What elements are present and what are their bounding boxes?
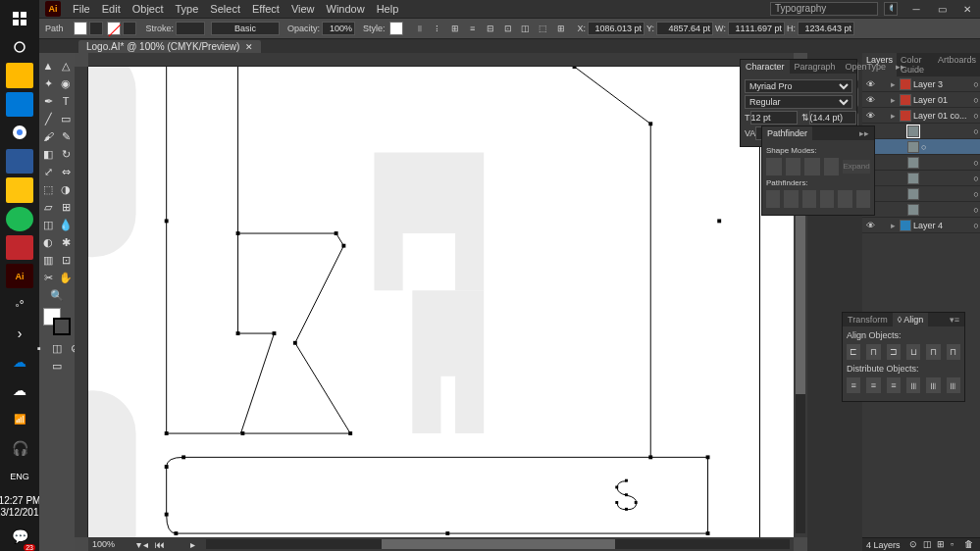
rotate-tool[interactable]: ↻ <box>58 146 74 162</box>
locate-layer-icon[interactable]: ⊙ <box>909 539 921 551</box>
menu-file[interactable]: File <box>67 3 96 15</box>
intersect-icon[interactable] <box>804 158 820 175</box>
align-icon-5[interactable]: ⊟ <box>483 21 498 36</box>
minus-back-icon[interactable] <box>856 190 870 208</box>
panel-collapse-icon[interactable]: ▸▸ <box>891 60 910 74</box>
fill-swatch[interactable] <box>74 22 87 35</box>
dist-left-icon[interactable]: ⫼ <box>906 377 920 393</box>
document-tab[interactable]: Logo.AI* @ 100% (CMYK/Preview) ✕ <box>78 40 261 53</box>
font-size-input[interactable] <box>750 111 798 125</box>
delete-layer-icon[interactable]: 🗑 <box>964 539 976 551</box>
symbol-tool[interactable]: ✱ <box>58 234 74 250</box>
fill-dropdown[interactable] <box>89 22 103 35</box>
new-sublayer-icon[interactable]: ⊞ <box>937 539 949 551</box>
task-app1-icon[interactable] <box>6 149 33 174</box>
artboard-tool[interactable]: ⊡ <box>58 252 74 268</box>
search-input[interactable] <box>884 2 898 16</box>
artboard-first-icon[interactable]: ⏮ <box>155 539 167 550</box>
align-icon-4[interactable]: ≡ <box>465 21 481 36</box>
divide-icon[interactable] <box>766 190 780 208</box>
brush-tool[interactable]: 🖌 <box>40 128 56 144</box>
target-icon[interactable]: ○ <box>972 95 980 105</box>
eyedropper-tool[interactable]: 💧 <box>58 217 74 232</box>
fill-stroke-control[interactable] <box>43 308 71 335</box>
canvas[interactable] <box>88 67 794 537</box>
tab-opentype[interactable]: OpenType <box>841 60 892 74</box>
align-hcenter-icon[interactable]: ⊓ <box>866 344 880 360</box>
taskbar-clock[interactable]: 12:27 PM 13/12/2019 <box>0 491 44 523</box>
minimize-icon[interactable]: ─ <box>903 2 929 16</box>
expand-tray-icon[interactable]: › <box>6 321 33 345</box>
align-icon-7[interactable]: ◫ <box>518 21 534 36</box>
opacity-input[interactable] <box>322 22 355 35</box>
menu-object[interactable]: Object <box>127 3 170 15</box>
maximize-icon[interactable]: ▭ <box>929 2 954 16</box>
layer-name[interactable]: Layer 01 <box>913 95 972 105</box>
rectangle-tool[interactable]: ▭ <box>58 111 74 126</box>
dist-top-icon[interactable]: ≡ <box>847 377 860 393</box>
slice-tool[interactable]: ✂ <box>40 270 56 285</box>
align-vcenter-icon[interactable]: ⊓ <box>926 344 940 360</box>
cloud-icon[interactable]: ☁ <box>6 378 33 403</box>
width-tool[interactable]: ⇔ <box>58 164 74 179</box>
cortana-icon[interactable] <box>6 34 33 59</box>
dist-right-icon[interactable]: ⫼ <box>947 377 960 393</box>
layer-row[interactable]: 👁▸Layer 01 co...○ <box>862 108 980 124</box>
tab-align[interactable]: ◊ Align <box>893 313 928 326</box>
close-icon[interactable]: ✕ <box>954 2 980 16</box>
h-input[interactable] <box>798 22 854 35</box>
selection-tool[interactable]: ▲ <box>40 58 56 74</box>
stroke-swatch[interactable] <box>107 22 121 35</box>
crop-icon[interactable] <box>820 190 834 208</box>
zoom-level[interactable]: 100% <box>88 539 133 549</box>
menu-select[interactable]: Select <box>204 3 246 15</box>
disclosure-icon[interactable]: ▸ <box>888 221 898 230</box>
visibility-icon[interactable]: 👁 <box>864 221 876 230</box>
align-icon-6[interactable]: ⊡ <box>500 21 516 36</box>
style-swatch[interactable] <box>389 22 403 35</box>
security-icon[interactable] <box>6 235 33 260</box>
align-right-icon[interactable]: ⊐ <box>887 344 901 360</box>
visibility-icon[interactable]: 👁 <box>864 111 876 121</box>
graph-tool[interactable]: ▥ <box>40 252 56 268</box>
align-bottom-icon[interactable]: ⊓ <box>947 344 960 360</box>
action-center-icon[interactable]: 💬23 <box>6 525 33 549</box>
outline-icon[interactable] <box>838 190 851 208</box>
gradient-tool[interactable]: ◫ <box>40 217 56 232</box>
align-icon-1[interactable]: ⫴ <box>412 21 428 36</box>
visibility-icon[interactable]: 👁 <box>864 95 876 105</box>
font-style-select[interactable]: Regular <box>745 95 852 109</box>
workspace-switcher[interactable]: Typography <box>770 2 878 16</box>
x-input[interactable] <box>588 22 645 35</box>
leading-input[interactable] <box>809 111 856 125</box>
target-icon[interactable]: ○ <box>972 126 980 136</box>
visibility-icon[interactable]: 👁 <box>864 79 876 89</box>
align-top-icon[interactable]: ⊔ <box>906 344 920 360</box>
stroke-weight-input[interactable] <box>176 22 205 35</box>
target-icon[interactable]: ○ <box>972 79 980 89</box>
target-icon[interactable]: ○ <box>972 111 980 121</box>
scrollbar-horizontal[interactable] <box>206 539 790 549</box>
new-layer-icon[interactable]: ▫ <box>951 539 962 551</box>
headphones-icon[interactable]: 🎧 <box>6 435 33 460</box>
trim-icon[interactable] <box>784 190 798 208</box>
spotify-icon[interactable] <box>6 207 33 231</box>
menu-edit[interactable]: Edit <box>96 3 127 15</box>
align-icon-3[interactable]: ⊞ <box>447 21 463 36</box>
tab-artboards[interactable]: Artboards <box>934 53 980 76</box>
target-icon[interactable]: ○ <box>921 142 926 152</box>
direct-selection-tool[interactable]: △ <box>58 58 74 74</box>
layer-name[interactable]: ○ <box>921 142 980 152</box>
stroke-dropdown[interactable] <box>123 22 136 35</box>
tab-character[interactable]: Character <box>741 60 790 74</box>
eraser-tool[interactable]: ◧ <box>40 146 56 162</box>
font-family-select[interactable]: Myriad Pro <box>745 79 852 93</box>
blend-tool[interactable]: ◐ <box>40 234 56 250</box>
artboard-prev-icon[interactable]: ◂ <box>143 539 155 550</box>
ruler-horizontal[interactable] <box>88 53 794 67</box>
brush-select[interactable] <box>211 22 280 35</box>
gradient-mode[interactable]: ◫ <box>49 340 65 356</box>
onedrive-icon[interactable]: ☁ <box>6 350 33 375</box>
expand-button[interactable]: Expand <box>843 160 870 174</box>
layer-row[interactable]: 👁▸Layer 3○ <box>862 76 980 92</box>
